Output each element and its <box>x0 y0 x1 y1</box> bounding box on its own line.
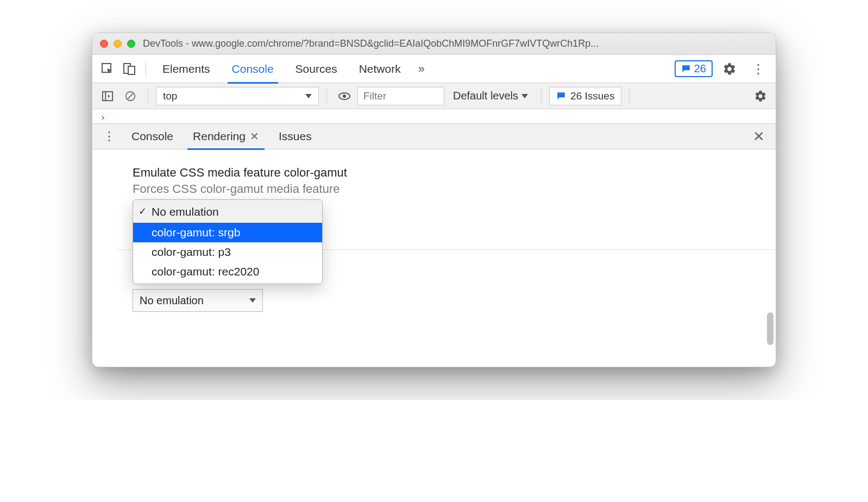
vision-deficiency-select[interactable]: No emulation <box>133 289 263 312</box>
sidebar-toggle-icon[interactable] <box>98 86 117 106</box>
chevron-down-icon <box>305 94 312 98</box>
issues-label: 26 Issues <box>570 90 614 102</box>
kebab-menu-icon[interactable]: ⋮ <box>746 61 770 77</box>
chevron-down-icon <box>249 298 256 303</box>
divider <box>629 89 630 104</box>
svg-rect-3 <box>103 91 112 101</box>
tab-elements[interactable]: Elements <box>153 55 220 83</box>
drawer-menu-icon[interactable]: ⋮ <box>98 129 121 143</box>
divider <box>326 89 327 104</box>
drawer-tab-issues[interactable]: Issues <box>270 123 320 149</box>
clear-console-icon[interactable] <box>121 86 140 106</box>
drawer-tab-console[interactable]: Console <box>123 123 182 149</box>
message-icon <box>681 64 691 74</box>
context-select[interactable]: top <box>156 87 319 105</box>
setting-title: Emulate CSS media feature color-gamut <box>133 166 776 180</box>
console-settings-icon[interactable] <box>751 90 770 103</box>
console-prompt[interactable]: › <box>92 109 776 123</box>
close-tab-icon[interactable]: ✕ <box>250 130 259 143</box>
issues-count: 26 <box>694 62 706 75</box>
issues-button[interactable]: 26 Issues <box>549 87 621 105</box>
log-levels-select[interactable]: Default levels <box>448 90 533 102</box>
drawer-tab-label: Rendering <box>193 130 246 143</box>
divider <box>148 89 148 104</box>
chevron-down-icon <box>521 94 528 98</box>
svg-rect-2 <box>128 66 135 74</box>
message-icon <box>556 91 566 101</box>
more-tabs-icon[interactable]: » <box>413 62 430 76</box>
device-toggle-icon[interactable] <box>119 59 139 79</box>
option-p3[interactable]: color-gamut: p3 <box>133 242 322 262</box>
scrollbar-thumb[interactable] <box>767 312 773 345</box>
minimize-window-button[interactable] <box>114 40 122 48</box>
drawer-tab-rendering[interactable]: Rendering ✕ <box>184 123 268 149</box>
tab-console[interactable]: Console <box>222 55 284 83</box>
svg-line-5 <box>128 93 134 99</box>
settings-icon[interactable] <box>715 62 744 76</box>
console-toolbar: top Default levels 26 Issues <box>92 83 776 109</box>
window-title: DevTools - www.google.com/chrome/?brand=… <box>143 38 768 49</box>
titlebar: DevTools - www.google.com/chrome/?brand=… <box>92 33 776 55</box>
setting-subtitle: Forces CSS color-gamut media feature <box>133 182 776 196</box>
zoom-window-button[interactable] <box>127 40 135 48</box>
context-value: top <box>163 90 177 102</box>
devtools-window: DevTools - www.google.com/chrome/?brand=… <box>92 33 776 367</box>
svg-point-7 <box>343 95 346 98</box>
option-no-emulation[interactable]: No emulation <box>133 200 322 223</box>
close-window-button[interactable] <box>100 40 108 48</box>
tab-sources[interactable]: Sources <box>286 55 347 83</box>
live-expression-icon[interactable] <box>335 86 354 106</box>
tab-network[interactable]: Network <box>349 55 411 83</box>
option-srgb[interactable]: color-gamut: srgb <box>133 223 322 242</box>
color-gamut-dropdown: No emulation color-gamut: srgb color-gam… <box>133 199 323 284</box>
inspect-icon[interactable] <box>98 59 117 79</box>
filter-input[interactable] <box>357 87 444 105</box>
divider <box>146 61 146 77</box>
issues-badge[interactable]: 26 <box>675 60 713 77</box>
traffic-lights <box>100 40 135 48</box>
close-drawer-icon[interactable]: ✕ <box>747 128 770 145</box>
option-rec2020[interactable]: color-gamut: rec2020 <box>133 262 322 281</box>
select-value: No emulation <box>140 294 204 307</box>
divider <box>541 89 542 104</box>
rendering-panel: Emulate CSS media feature color-gamut Fo… <box>92 149 776 367</box>
main-tab-strip: Elements Console Sources Network » 26 ⋮ <box>92 55 776 83</box>
drawer-tab-strip: ⋮ Console Rendering ✕ Issues ✕ <box>92 123 776 149</box>
levels-label: Default levels <box>453 90 518 102</box>
